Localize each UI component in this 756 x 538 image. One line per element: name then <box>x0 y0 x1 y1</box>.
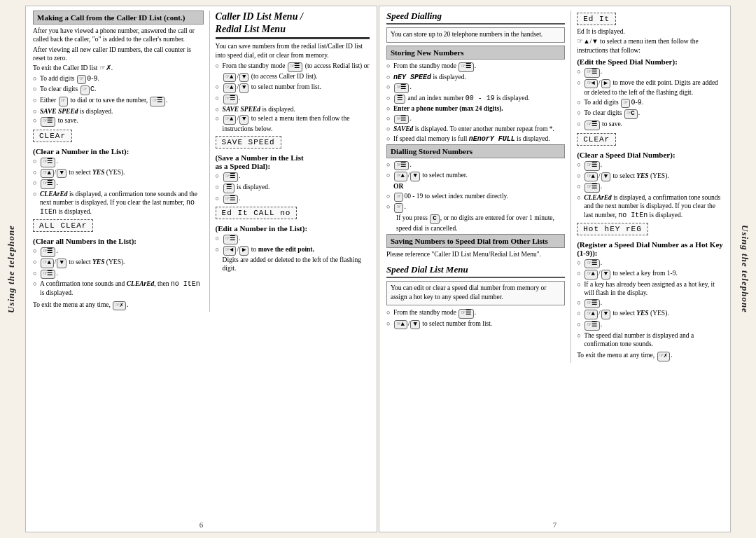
right-col-right-page: Ed It Ed It is displayed. ☞▲/▼ to select… <box>570 11 723 363</box>
two-pages: Making a Call from the Caller ID List (c… <box>25 6 731 532</box>
hk-li4: ☞☰. <box>577 298 723 309</box>
page-left: Making a Call from the Caller ID List (c… <box>25 6 377 532</box>
csd-li1: ☞☰. <box>577 160 723 171</box>
cn-li2: ☞▲/▼ to select YES (YES). <box>33 168 204 179</box>
page-right-columns: Speed Dialling You can store up to 20 te… <box>386 11 723 363</box>
ds-cancel-note: If you press C, or no digits are entered… <box>386 214 565 233</box>
page: Using the telephone Making a Call from t… <box>0 0 756 538</box>
dialling-stored-header: Dialling Stored Numbers <box>386 144 565 158</box>
ss-li2: ☰ is displayed. <box>216 183 370 193</box>
clear-all-header: (Clear all Numbers in the List): <box>33 237 204 245</box>
speed-dialling-title: Speed Dialling <box>386 11 565 25</box>
nav-note-right: ☞▲/▼ to select a menu item then follow t… <box>577 37 723 55</box>
speed-dialling-intro-box: You can store up to 20 telephone numbers… <box>386 27 565 43</box>
page-left-columns: Making a Call from the Caller ID List (c… <box>33 11 370 312</box>
page-number-left: 6 <box>200 520 204 529</box>
clear-display-box: CLEAr <box>33 130 72 142</box>
ca-li3: ☞☰. <box>33 269 204 280</box>
ds-li3: ☞00 - 19 to select index number directly… <box>386 192 565 202</box>
ss-li1: ☞☰. <box>216 172 370 182</box>
all-clear-display-box: ALL CLEAr <box>33 219 93 232</box>
making-call-sublist: To add digits ☞0-9. To clear digits ☞C. … <box>33 74 204 127</box>
storing-new-list: From the standby mode ☞☰. nEY SPEEd is d… <box>386 62 565 143</box>
ca-li2: ☞▲/▼ to select YES (YES). <box>33 258 204 268</box>
clear-display-right: CLEAr <box>577 133 616 146</box>
sidebar-left-text: Using the telephone <box>6 225 17 313</box>
li-save: ☞☰ to save. <box>33 116 204 127</box>
cid-li5: ☞▲/▼ to select a menu item then follow t… <box>216 114 370 133</box>
dialling-stored-list: ☞☰. ☞▲/▼ to select number. <box>386 160 565 181</box>
sidebar-right-text: Using the telephone <box>739 225 750 313</box>
sn-li7: SAVEd is displayed. To enter another num… <box>386 125 565 133</box>
sn-li4: ☰ and an index number 00 - 19 is display… <box>386 94 565 104</box>
hk-li7: The speed dial number is displayed and a… <box>577 331 723 349</box>
sn-li5: Enter a phone number (max 24 digits). <box>386 104 565 113</box>
speed-dial-list-intro: You can edit or clear a speed dial numbe… <box>391 284 561 301</box>
sn-li2: nEY SPEEd is displayed. <box>386 73 565 82</box>
clear-number-list: ☞☰. ☞▲/▼ to select YES (YES). ☞☰. CLEArE… <box>33 157 204 216</box>
en-li1: ☞☰. <box>216 234 370 244</box>
dialling-stored-list2: ☞00 - 19 to select index number directly… <box>386 192 565 213</box>
save-speed-header: (Save a Number in the Listas a Speed Dia… <box>216 153 370 170</box>
edit-number-header: (Edit a Number in the List): <box>216 224 370 233</box>
esd-li4: To clear digits ☞C. <box>577 109 723 119</box>
speed-dial-list-title: Speed Dial List Menu <box>386 264 565 278</box>
saving-from-other-text: Please reference "Caller ID List Menu/Re… <box>386 250 565 258</box>
right-col-left-page: Caller ID List Menu /Redial List Menu Yo… <box>209 11 370 312</box>
hot-key-exit: To exit the menu at any time, ☞✗. <box>577 351 723 361</box>
hk-li1: ☞☰. <box>577 258 723 269</box>
csd-li4: CLEArEd is displayed, a confirmation ton… <box>577 193 723 220</box>
sdl-li2: ☞▲/▼ to select number from list. <box>386 319 565 330</box>
edit-note-right: Ed It is displayed. <box>577 27 723 36</box>
ca-li4: A confirmation tone sounds and CLEArEd, … <box>33 280 204 297</box>
li-either: Either ☞ to dial or to save the number, … <box>33 96 204 106</box>
saving-from-other-header: Saving Numbers to Speed Dial from Other … <box>386 234 565 248</box>
speed-dial-list-items: From the standby mode ☞☰. ☞▲/▼ to select… <box>386 308 565 329</box>
left-col: Making a Call from the Caller ID List (c… <box>33 11 204 312</box>
page-right: Speed Dialling You can store up to 20 te… <box>379 6 731 532</box>
edit-number-list: ☞☰. ☞◄/▶ to move the edit point.Digits a… <box>216 234 370 273</box>
clear-speed-dial-list: ☞☰. ☞▲/▼ to select YES (YES). ☞☰. CLEArE… <box>577 160 723 220</box>
cid-li4: SAVE SPEEd is displayed. <box>216 105 370 113</box>
sn-li8: If speed dial memory is full nEnorY FULL… <box>386 134 565 144</box>
cn-li3: ☞☰. <box>33 179 204 189</box>
cid-li3: ☞☰. <box>216 94 370 104</box>
save-speed-list: ☞☰. ☰ is displayed. ☞☰. <box>216 172 370 204</box>
or-line: OR <box>386 182 565 191</box>
cid-li2: ☞▲/▼ to select number from list. <box>216 83 370 93</box>
en-li2: ☞◄/▶ to move the edit point.Digits are a… <box>216 245 370 273</box>
hot-key-display: Hot hEY rEG <box>577 223 648 235</box>
clear-all-list: ☞☰. ☞▲/▼ to select YES (YES). ☞☰. A conf… <box>33 247 204 297</box>
speed-dial-list-intro-box: You can edit or clear a speed dial numbe… <box>386 281 565 305</box>
clear-speed-dial-header: (Clear a Speed Dial Number): <box>577 151 723 159</box>
hot-key-header: (Register a Speed Dial Number as a Hot K… <box>577 240 723 257</box>
edit-display-right: Ed It <box>577 13 616 25</box>
hk-li2: ☞▲/▼ to select a key from 1-9. <box>577 269 723 280</box>
hk-li6: ☞☰. <box>577 320 723 331</box>
cid-li1: From the standby mode ☞☰ (to access Redi… <box>216 62 370 82</box>
sdl-li1: From the standby mode ☞☰. <box>386 308 565 319</box>
sn-li3: ☞☰. <box>386 83 565 93</box>
sn-li1: From the standby mode ☞☰. <box>386 62 565 72</box>
sidebar-right: Using the telephone <box>734 0 756 538</box>
caller-id-list: From the standby mode ☞☰ (to access Redi… <box>216 62 370 133</box>
ss-li3: ☞☰. <box>216 194 370 205</box>
save-speed-box: SAVE SPEEd <box>216 136 281 149</box>
ds-li4: ☞. <box>386 202 565 213</box>
hk-li3: If a key has already been assigned as a … <box>577 280 723 298</box>
sn-li6: ☞☰. <box>386 114 565 125</box>
sidebar-left: Using the telephone <box>0 0 22 538</box>
edit-speed-dial-list: ☞☰. ☞◄/▶ to move the edit point. Digits … <box>577 67 723 130</box>
edit-call-box: Ed It CALL no <box>216 207 298 219</box>
esd-li5: ☞☰ to save. <box>577 120 723 130</box>
making-call-header: Making a Call from the Caller ID List (c… <box>33 11 204 25</box>
ca-li1: ☞☰. <box>33 247 204 257</box>
esd-li1: ☞☰. <box>577 67 723 78</box>
esd-li3: To add digits ☞0-9. <box>577 98 723 109</box>
edit-speed-dial-header: (Edit the Speed Dial Number): <box>577 57 723 66</box>
making-call-para1: After you have viewed a phone number, an… <box>33 27 204 44</box>
storing-new-header: Storing New Numbers <box>386 46 565 60</box>
speed-dialling-intro: You can store up to 20 telephone numbers… <box>391 30 561 39</box>
li-save-speed: SAVE SPEEd is displayed. <box>33 107 204 116</box>
making-call-para3: To exit the Caller ID list ☞✗. <box>33 64 204 72</box>
